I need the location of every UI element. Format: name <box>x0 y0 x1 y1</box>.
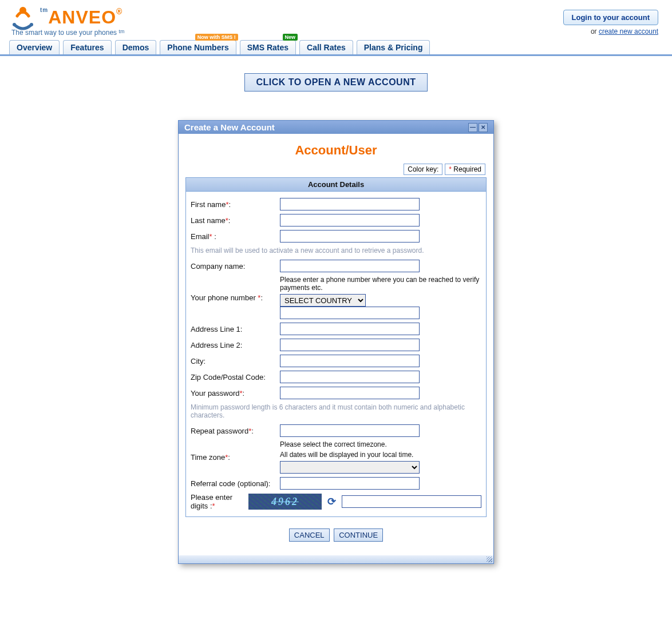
resize-grip-icon[interactable] <box>487 557 492 562</box>
create-account-modal: Create a New Account — ✕ Account/User Co… <box>178 120 494 564</box>
label-email: Email* : <box>191 232 280 241</box>
color-key-required: * Required <box>445 164 485 175</box>
password-input[interactable] <box>280 387 420 399</box>
modal-footer <box>179 555 493 563</box>
tab-sms-rates[interactable]: SMS Rates New <box>240 40 296 54</box>
label-addr1: Address Line 1: <box>191 325 280 333</box>
table-header: Account Details <box>186 178 486 192</box>
open-account-button[interactable]: CLICK TO OPEN A NEW ACCOUNT <box>244 73 428 92</box>
cancel-button[interactable]: CANCEL <box>289 528 330 542</box>
phone-input[interactable] <box>280 307 420 319</box>
label-city: City: <box>191 357 280 365</box>
password-hint: Minimum password length is 6 characters … <box>191 401 481 423</box>
label-referral: Referral code (optional): <box>191 479 280 488</box>
svg-point-2 <box>30 23 33 26</box>
repeat-password-input[interactable] <box>280 424 420 437</box>
addr2-input[interactable] <box>280 339 420 351</box>
label-zip: Zip Code/Postal Code: <box>191 373 280 381</box>
continue-button[interactable]: CONTINUE <box>334 528 383 542</box>
tz-note1: Please select the correct timezone. <box>280 440 481 448</box>
login-button[interactable]: Login to your account <box>563 10 659 25</box>
addr1-input[interactable] <box>280 323 420 335</box>
tab-overview[interactable]: Overview <box>9 40 60 54</box>
email-hint: This email will be used to activate a ne… <box>191 244 481 258</box>
modal-title: Create a New Account <box>184 122 275 132</box>
tab-call-rates[interactable]: Call Rates <box>299 40 353 54</box>
first-name-input[interactable] <box>280 198 420 210</box>
tab-plans-pricing[interactable]: Plans & Pricing <box>357 40 430 54</box>
label-repeat-password: Repeat password*: <box>191 427 280 435</box>
tab-features[interactable]: Features <box>63 40 111 54</box>
label-phone: Your phone number *: <box>191 293 280 302</box>
close-icon[interactable]: ✕ <box>479 123 488 132</box>
phone-note: Please enter a phone number where you ca… <box>280 276 481 292</box>
svg-point-1 <box>13 23 16 26</box>
label-company: Company name: <box>191 262 280 271</box>
main-tabs: Overview Features Demos Phone Numbers No… <box>0 37 672 56</box>
last-name-input[interactable] <box>280 214 420 226</box>
tab-demos[interactable]: Demos <box>115 40 157 54</box>
captcha-input[interactable] <box>342 495 481 508</box>
label-timezone: Time zone*: <box>191 453 280 462</box>
minimize-icon[interactable]: — <box>468 123 477 132</box>
timezone-select[interactable] <box>280 461 420 474</box>
referral-input[interactable] <box>280 477 420 490</box>
email-input[interactable] <box>280 230 420 243</box>
reload-captcha-icon[interactable]: ⟳ <box>327 495 336 508</box>
badge-sms: Now with SMS ! <box>195 34 238 41</box>
badge-new: New <box>283 34 298 41</box>
country-select[interactable]: SELECT COUNTRY <box>280 294 366 307</box>
zip-input[interactable] <box>280 371 420 383</box>
logo-icon <box>9 3 37 31</box>
logo-block: tmANVEO® The smart way to use your phone… <box>9 3 124 37</box>
label-last-name: Last name*: <box>191 216 280 225</box>
company-input[interactable] <box>280 260 420 272</box>
label-first-name: First name*: <box>191 200 280 209</box>
city-input[interactable] <box>280 355 420 367</box>
label-captcha: Please enter digits :* <box>191 493 248 510</box>
captcha-image: 4962 <box>248 494 322 510</box>
label-password: Your password*: <box>191 389 280 398</box>
color-key-label: Color key: <box>404 164 442 175</box>
brand-name: tmANVEO® <box>40 7 122 28</box>
section-title: Account/User <box>182 143 490 158</box>
create-account-link[interactable]: create new account <box>599 27 658 35</box>
tab-phone-numbers[interactable]: Phone Numbers Now with SMS ! <box>160 40 236 54</box>
modal-titlebar[interactable]: Create a New Account — ✕ <box>179 121 493 134</box>
create-account-link-row: or create new account <box>563 27 659 35</box>
tz-note2: All dates will be displayed in your loca… <box>280 451 481 459</box>
label-addr2: Address Line 2: <box>191 341 280 349</box>
